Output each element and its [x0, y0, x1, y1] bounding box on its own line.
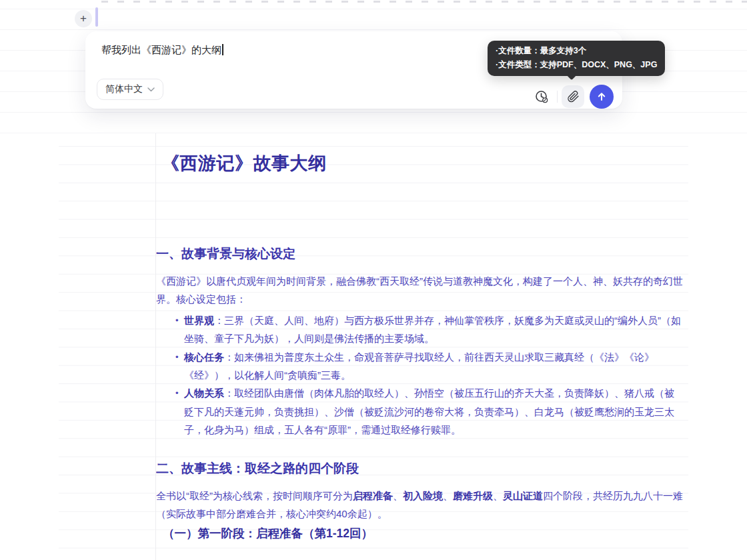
doc-heading-h1: 《西游记》故事大纲 — [161, 151, 683, 176]
divider — [557, 91, 558, 103]
bold-text: 人物关系 — [184, 387, 224, 399]
bullet-text: 人物关系：取经团队由唐僧（肉体凡胎的取经人）、孙悟空（被压五行山的齐天大圣，负责… — [184, 387, 674, 435]
text: 全书以“取经”为核心线索，按时间顺序可分为 — [156, 490, 353, 501]
bold-text: 灵山证道 — [503, 490, 543, 501]
doc-paragraph: 《西游记》以唐代贞观年间为时间背景，融合佛教“西天取经”传说与道教神魔文化，构建… — [156, 272, 683, 309]
chevron-down-icon — [147, 87, 155, 92]
bold-text: 世界观 — [184, 315, 214, 326]
doc-heading-h3: （一）第一阶段：启程准备（第1-12回） — [163, 525, 683, 541]
doc-content[interactable]: 《西游记》故事大纲一、故事背景与核心设定《西游记》以唐代贞观年间为时间背景，融合… — [156, 133, 683, 560]
bullet-marker: • — [175, 311, 179, 329]
language-selector[interactable]: 简体中文 — [97, 79, 163, 100]
section-dashed-divider — [101, 1, 747, 3]
tooltip-line-file-count: ·文件数量：最多支持3个 — [496, 44, 657, 58]
clock-history-icon — [534, 89, 549, 104]
text: 《西游记》以唐代贞观年间为时间背景，融合佛教“西天取经”传说与道教神魔文化，构建… — [156, 275, 683, 305]
attach-tooltip: ·文件数量：最多支持3个 ·文件类型：支持PDF、DOCX、PNG、JPG — [488, 41, 665, 76]
bullet-text: 世界观：三界（天庭、人间、地府）与西方极乐世界并存，神仙掌管秩序，妖魔多为天庭或… — [184, 315, 681, 344]
doc-heading-h2: 一、故事背景与核心设定 — [156, 245, 683, 263]
history-button[interactable] — [530, 85, 553, 108]
add-block-button[interactable]: + — [75, 10, 92, 27]
doc-heading-h2: 二、故事主线：取经之路的四个阶段 — [156, 460, 683, 477]
text: ：三界（天庭、人间、地府）与西方极乐世界并存，神仙掌管秩序，妖魔多为天庭或灵山的… — [184, 315, 681, 344]
text: ：如来佛祖为普度东土众生，命观音菩萨寻找取经人，前往西天灵山求取三藏真经（《法》… — [184, 351, 654, 381]
bold-text: 核心任务 — [184, 351, 224, 363]
paperclip-icon — [566, 90, 580, 103]
doc-bullet-item: •人物关系：取经团队由唐僧（肉体凡胎的取经人）、孙悟空（被压五行山的齐天大圣，负… — [156, 384, 683, 439]
bullet-marker: • — [175, 348, 179, 366]
arrow-up-icon — [596, 91, 608, 103]
bold-text: 启程准备 — [353, 490, 393, 501]
bold-text: 初入险境 — [403, 490, 443, 501]
attach-file-button[interactable] — [562, 85, 584, 108]
bullet-text: 核心任务：如来佛祖为普度东土众生，命观音菩萨寻找取经人，前往西天灵山求取三藏真经… — [184, 351, 654, 381]
tooltip-line-file-types: ·文件类型：支持PDF、DOCX、PNG、JPG — [496, 58, 657, 72]
doc-paragraph: 全书以“取经”为核心线索，按时间顺序可分为启程准备、初入险境、磨难升级、灵山证道… — [156, 487, 683, 523]
prompt-text: 帮我列出《西游记》的大纲 — [101, 44, 221, 55]
send-button[interactable] — [590, 85, 614, 109]
bullet-marker: • — [175, 384, 179, 402]
text-caret — [222, 44, 223, 55]
text: 、 — [443, 490, 453, 501]
block-cursor-indicator — [95, 7, 98, 27]
doc-bullet-item: •核心任务：如来佛祖为普度东土众生，命观音菩萨寻找取经人，前往西天灵山求取三藏真… — [156, 348, 683, 385]
text: ：取经团队由唐僧（肉体凡胎的取经人）、孙悟空（被压五行山的齐天大圣，负责降妖）、… — [184, 387, 674, 435]
language-label: 简体中文 — [105, 83, 143, 95]
bold-text: 磨难升级 — [453, 490, 493, 501]
doc-bullet-item: •世界观：三界（天庭、人间、地府）与西方极乐世界并存，神仙掌管秩序，妖魔多为天庭… — [156, 311, 683, 348]
text: 、 — [393, 490, 403, 501]
composer-actions — [530, 85, 614, 109]
text: 、 — [493, 490, 503, 501]
